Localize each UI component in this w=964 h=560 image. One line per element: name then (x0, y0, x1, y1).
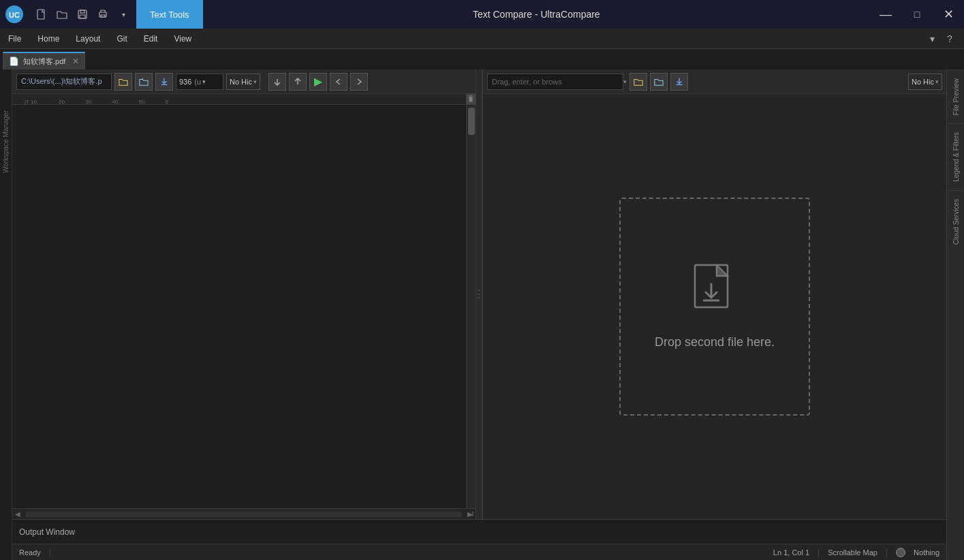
scroll-thumb[interactable] (468, 108, 475, 135)
tab-file-1[interactable]: 📄 知软博客.pdf ✕ (3, 52, 85, 69)
menu-view[interactable]: View (166, 29, 200, 48)
pane-divider[interactable]: ⋮ (476, 69, 482, 519)
scroll-down-button[interactable] (268, 73, 286, 91)
prev-button[interactable] (330, 73, 347, 91)
drop-file-icon (687, 262, 742, 323)
left-download-button[interactable] (155, 73, 173, 91)
status-mode: Nothing (914, 548, 939, 557)
left-path-input[interactable]: C:\Users\(...)\知软博客.p (16, 74, 112, 90)
status-scrollable: Scrollable Map (828, 548, 877, 557)
left-open-recent-button[interactable] (135, 73, 153, 91)
menu-bar-right: ▾ ? (923, 30, 964, 48)
window-title: Text Compare - UltraCompare (203, 9, 870, 20)
help-button[interactable]: ? (941, 30, 959, 48)
right-side-panel: File Preview Legend & Filters Cloud Serv… (946, 69, 964, 560)
compare-area: C:\Users\(...)\知软博客.p 936 (u (12, 69, 946, 519)
menu-file[interactable]: File (0, 29, 29, 48)
left-toolbar: C:\Users\(...)\知软博客.p 936 (u (12, 69, 476, 94)
status-bar: Ready | Ln 1, Col 1 | Scrollable Map | N… (12, 544, 946, 560)
svg-rect-10 (470, 97, 472, 98)
window-controls: — □ ✕ (870, 0, 964, 29)
svg-rect-2 (37, 10, 44, 19)
svg-rect-12 (470, 100, 472, 101)
title-bar-left: UC ▾ Text Tools (0, 0, 203, 29)
status-position: Ln 1, Col 1 (773, 548, 809, 557)
save-icon[interactable] (72, 1, 93, 27)
workspace-manager-panel: Workspace Manager (0, 69, 12, 560)
left-editor (12, 105, 466, 508)
right-pane: Drag, enter, or brows ▾ No Hic (482, 69, 946, 519)
right-path-dropdown-arrow[interactable]: ▾ (623, 78, 627, 85)
scroll-left-arrow[interactable]: ◀ (12, 509, 23, 520)
horizontal-scrollbar: ◀ ▶ (12, 508, 476, 519)
svg-rect-5 (80, 15, 85, 18)
text-tools-tab[interactable]: Text Tools (136, 0, 203, 29)
toolbar-icons: ▾ (29, 0, 136, 29)
menu-edit[interactable]: Edit (136, 29, 166, 48)
restore-button[interactable]: □ (901, 0, 933, 29)
svg-rect-4 (80, 10, 84, 13)
title-bar: UC ▾ Text Tools Text Compare - UltraCo (0, 0, 964, 29)
open-file-icon[interactable] (52, 1, 72, 27)
left-pane: C:\Users\(...)\知软博客.p 936 (u (12, 69, 476, 519)
workspace-manager-label: Workspace Manager (2, 110, 10, 173)
pdf-icon: 📄 (9, 57, 19, 66)
ruler-thumb[interactable] (466, 94, 476, 105)
right-toolbar: Drag, enter, or brows ▾ No Hic (483, 69, 946, 94)
right-no-highlight-select[interactable]: No Hic ▾ (908, 74, 942, 90)
svg-rect-11 (470, 99, 472, 99)
tab-bar: 📄 知软博客.pdf ✕ (0, 49, 964, 69)
minimize-button[interactable]: — (870, 0, 901, 29)
status-circle-icon (896, 548, 905, 557)
menu-dropdown-button[interactable]: ▾ (923, 30, 941, 48)
scroll-up-button[interactable] (289, 73, 307, 91)
scroll-track[interactable] (26, 512, 462, 517)
svg-text:UC: UC (9, 11, 20, 19)
drop-zone-text: Drop second file here. (655, 334, 775, 351)
right-download-button[interactable] (670, 73, 688, 91)
tab-close-button[interactable]: ✕ (72, 57, 79, 66)
close-button[interactable]: ✕ (933, 0, 964, 29)
tab-label: 知软博客.pdf (23, 57, 65, 67)
print-icon[interactable] (93, 1, 113, 27)
menu-home[interactable]: Home (29, 29, 67, 48)
side-tab-cloud-services[interactable]: Cloud Services (947, 190, 964, 253)
main-area: Workspace Manager C:\Users\(...)\知软博客.p (0, 69, 964, 560)
side-tab-legend-filters[interactable]: Legend & Filters (947, 123, 964, 190)
svg-rect-7 (101, 15, 105, 17)
dropdown-icon[interactable]: ▾ (113, 1, 134, 27)
right-open-folder-button[interactable] (629, 73, 647, 91)
output-window-label: Output Window (19, 527, 75, 537)
content-area: C:\Users\(...)\知软博客.p 936 (u (12, 69, 946, 560)
drop-zone[interactable]: Drop second file here. (619, 198, 810, 416)
vertical-scrollbar[interactable] (466, 105, 476, 508)
right-path-input[interactable]: Drag, enter, or brows (487, 74, 623, 90)
menu-git[interactable]: Git (108, 29, 135, 48)
drop-zone-container: Drop second file here. (483, 94, 946, 519)
right-open-recent-button[interactable] (650, 73, 668, 91)
status-ready: Ready (19, 548, 41, 557)
output-window: Output Window (12, 519, 946, 544)
play-button[interactable]: ▶ (309, 73, 327, 91)
left-line-count: 936 (u ▾ (176, 74, 223, 90)
menu-layout[interactable]: Layout (67, 29, 108, 48)
side-tab-file-preview[interactable]: File Preview (947, 69, 964, 123)
left-open-folder-button[interactable] (114, 73, 132, 91)
next-button[interactable] (350, 73, 368, 91)
ruler: |T 10. 20. 30. 40. 50. 6 (12, 94, 476, 105)
new-file-icon[interactable] (31, 1, 52, 27)
drag-indicator (466, 508, 476, 519)
app-icon: UC (0, 0, 29, 29)
left-no-highlight-select[interactable]: No Hic ▾ (226, 74, 260, 90)
menu-bar: File Home Layout Git Edit View ▾ ? (0, 29, 964, 49)
